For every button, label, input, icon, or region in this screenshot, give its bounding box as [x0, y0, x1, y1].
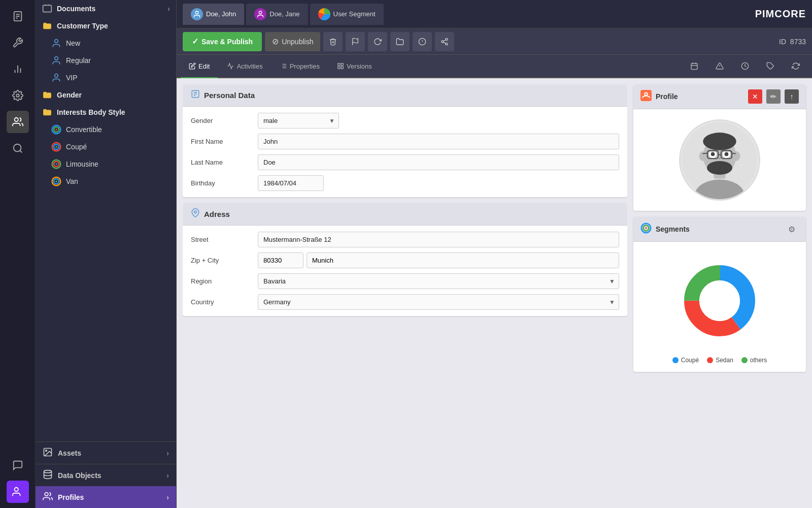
tree-gender[interactable]: Gender [36, 86, 176, 104]
tab-doe-jane-label: Doe, Jane [269, 10, 299, 18]
content-area: Personal Data Gender male female other ▼ [177, 78, 812, 508]
sidebar-icon-documents[interactable] [7, 5, 29, 27]
tab-activities[interactable]: Activities [219, 55, 270, 78]
folder-button[interactable] [390, 32, 410, 51]
unpublish-label: Unpublish [282, 38, 313, 46]
country-label: Country [191, 298, 252, 306]
tab-versions-label: Versions [347, 62, 372, 70]
coupe-icon [51, 141, 62, 152]
save-publish-button[interactable]: ✓ Save & Publish [183, 32, 262, 51]
legend-coupe-dot [672, 357, 679, 363]
address-icon [191, 208, 200, 220]
tree-convertible[interactable]: Convertible [36, 121, 176, 138]
profile-card: Profile ✕ ✏ ↑ [633, 84, 806, 211]
region-row: Region Bavaria Berlin Hamburg Saxony ▼ [191, 273, 619, 289]
svg-point-92 [699, 280, 740, 321]
tab-tag[interactable] [758, 55, 783, 78]
share-button[interactable] [435, 32, 454, 51]
sidebar-icon-chat[interactable] [7, 454, 29, 477]
profile-header: Profile ✕ ✏ ↑ [633, 84, 806, 109]
tree-new[interactable]: New [36, 35, 176, 52]
tab-properties[interactable]: Properties [272, 55, 328, 78]
sidebar-icon-gear[interactable] [7, 84, 29, 107]
tab-user-segment-icon [318, 8, 330, 20]
profile-upload-button[interactable]: ↑ [785, 89, 799, 104]
tree-assets[interactable]: Assets › [36, 441, 176, 464]
gender-select[interactable]: male female other [258, 113, 339, 129]
profiles-label: Profiles [58, 493, 84, 501]
svg-point-14 [55, 57, 58, 60]
info-button[interactable] [413, 32, 432, 51]
tree-limousine[interactable]: Limousine [36, 155, 176, 173]
tree-customer-type[interactable]: Customer Type [36, 17, 176, 35]
id-value: 8733 [790, 38, 806, 46]
limousine-label: Limousine [66, 160, 98, 168]
delete-button[interactable] [323, 32, 343, 51]
birthday-label: Birthday [191, 179, 252, 187]
tab-doe-john[interactable]: Doe, John [183, 4, 244, 25]
sidebar-icon-profiles-bottom[interactable] [7, 481, 29, 503]
svg-point-13 [55, 40, 58, 43]
tree-regular[interactable]: Regular [36, 52, 176, 69]
segments-gear-button[interactable]: ⚙ [785, 222, 799, 236]
tab-doe-jane-avatar [254, 8, 266, 20]
tab-versions[interactable]: Versions [329, 55, 380, 78]
tree-van[interactable]: Van [36, 173, 176, 190]
sidebar-icon-rail [0, 0, 36, 508]
tab-user-segment[interactable]: User Segment [310, 4, 384, 25]
tree-data-objects[interactable]: Data Objects › [36, 464, 176, 486]
sidebar-icon-people[interactable] [7, 111, 29, 133]
sidebar-icon-search[interactable] [7, 137, 29, 160]
sidebar-icon-wrench[interactable] [7, 31, 29, 54]
zip-input[interactable] [258, 252, 303, 268]
personal-data-section: Personal Data Gender male female other ▼ [183, 84, 627, 197]
tab-edit[interactable]: Edit [181, 55, 218, 78]
svg-point-7 [16, 94, 19, 97]
avatar-container [633, 109, 806, 211]
svg-line-82 [702, 153, 707, 154]
unpublish-button[interactable]: ⊘ Unpublish [265, 32, 320, 51]
customer-type-folder-icon [42, 20, 53, 31]
tab-alert[interactable] [707, 55, 732, 78]
interests-folder-icon [42, 107, 53, 118]
tree-profiles[interactable]: Profiles › [36, 486, 176, 508]
tree-documents[interactable]: Documents › [36, 0, 176, 17]
tab-calendar[interactable] [682, 55, 706, 78]
profile-edit-button[interactable]: ✏ [766, 89, 781, 104]
tree-interests-body-style[interactable]: Interests Body Style [36, 104, 176, 121]
country-select[interactable]: Germany Austria Switzerland France [258, 294, 619, 310]
region-select[interactable]: Bavaria Berlin Hamburg Saxony [258, 273, 619, 289]
tab-workflow[interactable] [784, 55, 808, 78]
address-title: Adress [204, 210, 230, 218]
vip-label: VIP [66, 74, 78, 82]
first-name-input[interactable] [258, 134, 619, 149]
tab-schedule[interactable] [733, 55, 757, 78]
refresh-button[interactable] [368, 32, 387, 51]
profile-close-button[interactable]: ✕ [748, 89, 762, 104]
chart-container: Coupé Sedan others [633, 242, 806, 372]
tree-vip[interactable]: VIP [36, 69, 176, 86]
street-input[interactable] [258, 232, 619, 247]
city-input[interactable] [307, 252, 619, 268]
tab-doe-jane[interactable]: Doe, Jane [246, 4, 308, 25]
segments-card: Segments ⚙ [633, 217, 806, 372]
sidebar-icon-chart[interactable] [7, 58, 29, 80]
top-bar: Doe, John Doe, Jane User Segment PIMCORE [177, 0, 812, 28]
gender-label: Gender [57, 91, 82, 99]
avatar-svg [681, 119, 759, 201]
profile-header-icon [640, 90, 652, 103]
svg-point-73 [699, 151, 707, 161]
svg-point-72 [703, 133, 736, 150]
flag-button[interactable] [346, 32, 365, 51]
tree-coupe[interactable]: Coupé [36, 138, 176, 155]
birthday-input[interactable] [258, 175, 324, 191]
interests-body-style-label: Interests Body Style [57, 108, 125, 116]
action-bar: ✓ Save & Publish ⊘ Unpublish [177, 28, 812, 55]
last-name-input[interactable] [258, 154, 619, 170]
donut-chart [669, 250, 770, 352]
limousine-icon [51, 158, 62, 170]
tab-user-segment-label: User Segment [333, 10, 376, 18]
data-objects-label: Data Objects [58, 471, 101, 480]
id-label: ID [779, 38, 786, 46]
svg-point-31 [45, 493, 48, 496]
